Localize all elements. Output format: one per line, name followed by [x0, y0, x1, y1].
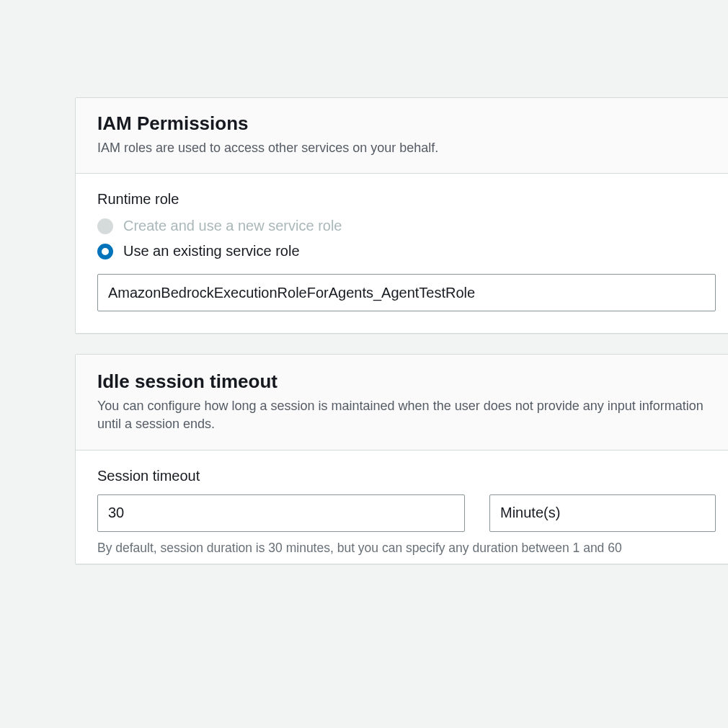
iam-panel-subtitle: IAM roles are used to access other servi…: [97, 139, 716, 157]
session-timeout-helper: By default, session duration is 30 minut…: [97, 539, 716, 557]
radio-existing-label: Use an existing service role: [123, 243, 300, 259]
idle-session-timeout-panel: Idle session timeout You can configure h…: [75, 354, 728, 564]
iam-panel-title: IAM Permissions: [97, 112, 716, 135]
timeout-panel-header: Idle session timeout You can configure h…: [76, 355, 728, 450]
iam-panel-header: IAM Permissions IAM roles are used to ac…: [76, 98, 728, 174]
session-timeout-input[interactable]: [97, 494, 465, 532]
runtime-role-radio-group: Create and use a new service role Use an…: [97, 218, 716, 259]
radio-use-existing-role[interactable]: Use an existing service role: [97, 243, 716, 259]
role-select-input[interactable]: [97, 274, 716, 311]
radio-icon: [97, 244, 113, 259]
timeout-panel-body: Session timeout By default, session dura…: [76, 450, 728, 564]
timeout-panel-subtitle: You can configure how long a session is …: [97, 397, 716, 433]
session-timeout-unit-select[interactable]: [489, 494, 716, 532]
iam-permissions-panel: IAM Permissions IAM roles are used to ac…: [75, 97, 728, 334]
runtime-role-label: Runtime role: [97, 191, 716, 208]
timeout-panel-title: Idle session timeout: [97, 370, 716, 393]
radio-create-label: Create and use a new service role: [123, 218, 342, 234]
session-timeout-label: Session timeout: [97, 468, 716, 484]
radio-icon: [97, 218, 113, 234]
iam-panel-body: Runtime role Create and use a new servic…: [76, 174, 728, 333]
radio-create-new-role: Create and use a new service role: [97, 218, 716, 234]
